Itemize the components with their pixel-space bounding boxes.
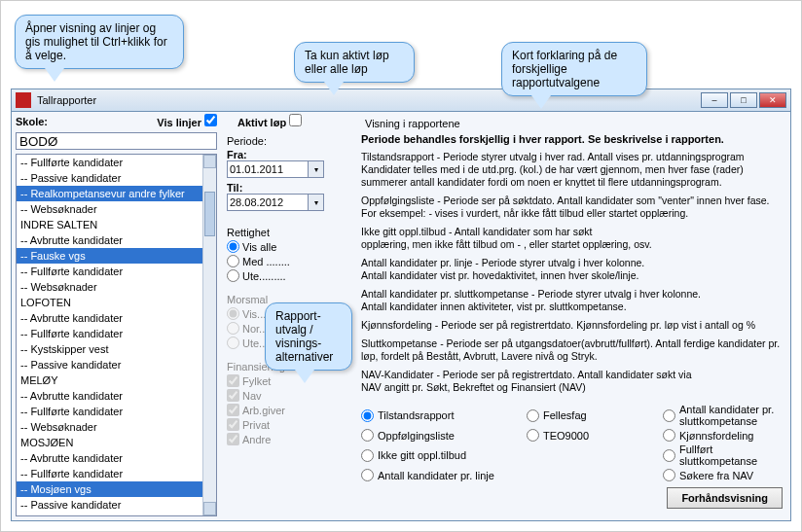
list-item[interactable]: MOSJØEN [17, 435, 202, 450]
morsmal-vis-radio [227, 307, 239, 320]
report-oppfolging-label: Oppfølgingsliste [378, 430, 455, 442]
description-block: Tilstandsrapport - Periode styrer utvalg… [361, 151, 783, 400]
fra-label: Fra: [227, 149, 351, 160]
report-ikke-gitt-label: Ikke gitt oppl.tilbud [378, 449, 466, 461]
minimize-button[interactable]: – [701, 92, 728, 108]
report-kjonn-radio[interactable] [663, 429, 675, 442]
scrollbar[interactable] [202, 155, 216, 515]
rettighet-label: Rettighet [227, 225, 351, 238]
list-item[interactable]: -- Avbrutte kandidater [17, 232, 202, 248]
list-item[interactable]: -- Passive kandidater [17, 170, 202, 186]
morsmal-ute-radio [227, 337, 239, 349]
visning-label: Visning i rapportene [365, 118, 783, 129]
report-ant-slutt-radio[interactable] [663, 409, 675, 422]
list-item[interactable]: -- Fauske vgs [17, 248, 202, 264]
list-item[interactable]: -- Avbrutte kandidater [17, 388, 202, 404]
app-icon [16, 92, 31, 108]
report-fellesfag-radio[interactable] [527, 409, 539, 422]
list-item[interactable]: -- Websøknader [17, 279, 202, 295]
titlebar: Tallrapporter – □ ✕ [11, 89, 791, 112]
school-listbox[interactable]: -- Fullførte kandidater-- Passive kandid… [16, 154, 217, 516]
list-item[interactable]: MELØY [17, 372, 202, 388]
vis-linjer-label: Vis linjer [157, 117, 201, 128]
list-item[interactable]: -- Kystskipper vest [17, 341, 202, 357]
rettighet-uten-radio[interactable] [227, 269, 239, 282]
rettighet-med-label: Med ........ [242, 256, 290, 267]
callout-aktivt-lop: Ta kun aktivt løp eller alle løp [294, 42, 415, 83]
fin-privat-check [227, 418, 239, 431]
fin-fylket-check [227, 374, 239, 387]
report-oppfolging-radio[interactable] [361, 429, 374, 442]
fin-arb-check [227, 404, 239, 416]
report-ant-slutt-label: Antall kandidater pr. sluttkompetanse [679, 404, 783, 427]
desc-tilstand: Tilstandsrapport - Periode styrer utvalg… [361, 151, 783, 189]
fin-nav-check [227, 389, 239, 402]
maximize-button[interactable]: □ [730, 92, 757, 108]
list-item[interactable]: -- Fullførte kandidater [17, 404, 202, 419]
til-dropdown-icon[interactable]: ▾ [309, 194, 324, 211]
list-item[interactable]: -- Avbrutte kandidater [17, 450, 202, 466]
fin-arb-label: Arb.giver [242, 405, 285, 416]
report-fullfort-label: Fullført sluttkompetanse [679, 443, 783, 467]
list-item[interactable]: INDRE SALTEN [17, 217, 202, 232]
report-tilstand-radio[interactable] [361, 409, 374, 422]
periode-beskrivelse-header: Periode behandles forskjellig i hver rap… [361, 133, 783, 145]
rettighet-vis-alle-radio[interactable] [227, 240, 239, 253]
list-item[interactable]: -- Fullførte kandidater [17, 155, 202, 170]
callout-rapport-forklaring: Kort forklaring på de forskjellige rappo… [501, 42, 647, 96]
report-ant-linje-label: Antall kandidater pr. linje [378, 470, 494, 481]
report-teo9000-radio[interactable] [527, 429, 539, 442]
skole-label: Skole: [16, 116, 48, 127]
list-item[interactable]: -- Fullførte kandidater [17, 466, 202, 481]
scroll-handle[interactable] [204, 192, 215, 236]
list-item[interactable]: -- Websøknader [17, 419, 202, 435]
report-ant-linje-radio[interactable] [361, 469, 374, 481]
scroll-up-icon[interactable] [203, 155, 216, 168]
list-item[interactable]: -- Websøknader [17, 201, 202, 217]
fin-andre-label: Andre [242, 434, 271, 445]
desc-kjonn: Kjønnsfordeling - Periode ser på registr… [361, 319, 783, 332]
list-item[interactable]: -- Realkompetansevur andre fylker [17, 186, 202, 201]
report-ikke-gitt-radio[interactable] [361, 449, 374, 462]
report-fellesfag-label: Fellesfag [543, 409, 587, 421]
til-date-input[interactable] [227, 194, 309, 211]
desc-ant-linje: Antall kandidater pr. linje - Periode st… [361, 257, 783, 282]
list-item[interactable]: -- Avbrutte kandidater [17, 310, 202, 326]
desc-nav: NAV-Kandidater - Periode ser på registre… [361, 369, 783, 394]
fin-nav-label: Nav [242, 390, 262, 402]
callout-rapportutvalg: Rapport-utvalg / visnings-alternativer [265, 302, 352, 371]
list-item[interactable]: -- Passive kandidater [17, 357, 202, 372]
rettighet-uten-label: Ute......... [242, 270, 286, 282]
fin-andre-check [227, 433, 239, 445]
report-kjonn-label: Kjønnsfordeling [679, 430, 753, 442]
periode-label: Periode: [227, 133, 351, 147]
list-item[interactable]: -- Fullførte kandidater [17, 326, 202, 341]
list-item[interactable]: -- Fullførte kandidater [17, 264, 202, 279]
report-teo9000-label: TEO9000 [543, 430, 589, 442]
rettighet-med-radio[interactable] [227, 255, 239, 267]
list-item[interactable]: -- Mosjøen vgs [17, 481, 202, 497]
vis-linjer-checkbox[interactable] [204, 114, 217, 126]
morsmal-nor-radio [227, 322, 239, 335]
desc-sluttkomp: Sluttkompetanse - Periode ser på utgangs… [361, 337, 783, 363]
desc-ant-slutt: Antall kandidater pr. sluttkompetanse - … [361, 288, 783, 313]
scroll-down-icon[interactable] [203, 502, 216, 515]
rettighet-vis-alle-label: Vis alle [242, 241, 276, 253]
til-label: Til: [227, 182, 351, 194]
close-button[interactable]: ✕ [759, 92, 786, 108]
fra-dropdown-icon[interactable]: ▾ [309, 160, 324, 178]
fin-privat-label: Privat [242, 419, 270, 431]
callout-vis-linjer: Åpner visning av linjer og gis mulighet … [15, 15, 184, 69]
aktivt-lop-checkbox[interactable] [289, 114, 302, 126]
preview-button[interactable]: Forhåndsvisning [667, 487, 783, 509]
report-tilstand-label: Tilstandsrapport [378, 409, 454, 421]
fra-date-input[interactable] [227, 160, 309, 178]
aktivt-lop-label: Aktivt løp [237, 117, 286, 128]
report-fullfort-radio[interactable] [663, 449, 675, 462]
desc-ikke-gitt: Ikke gitt oppl.tilbud - Antall kandidate… [361, 226, 783, 251]
list-item[interactable]: LOFOTEN [17, 295, 202, 310]
report-sokere-nav-radio[interactable] [663, 469, 675, 481]
list-item[interactable]: -- Passive kandidater [17, 497, 202, 513]
skole-input[interactable] [16, 132, 217, 150]
desc-oppfolging: Oppfølgingsliste - Periode ser på søktda… [361, 195, 783, 220]
